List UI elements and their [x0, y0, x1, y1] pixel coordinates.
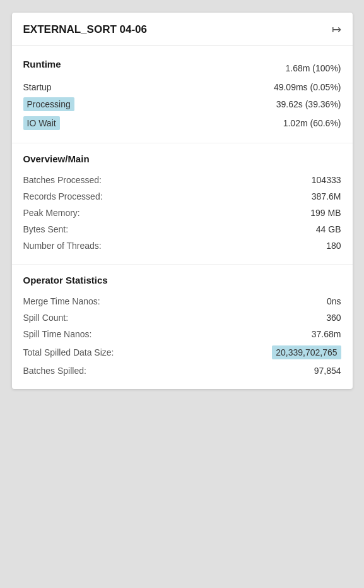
records-processed-row: Records Processed: 387.6M	[23, 188, 341, 205]
bytes-sent-label: Bytes Sent:	[23, 224, 69, 234]
spill-count-value: 360	[326, 313, 341, 323]
records-processed-value: 387.6M	[312, 191, 341, 201]
total-spilled-value: 20,339,702,765	[272, 345, 341, 359]
runtime-header-row: Runtime 1.68m (100%)	[23, 56, 341, 80]
overview-title: Overview/Main	[23, 153, 341, 164]
startup-label: Startup	[23, 82, 52, 92]
processing-label: Processing	[23, 97, 74, 111]
threads-row: Number of Threads: 180	[23, 237, 341, 254]
merge-time-value: 0ns	[327, 296, 341, 306]
total-spilled-label: Total Spilled Data Size:	[23, 347, 114, 357]
spill-time-label: Spill Time Nanos:	[23, 329, 92, 339]
operator-section: Operator Statistics Merge Time Nanos: 0n…	[12, 265, 353, 389]
merge-time-label: Merge Time Nanos:	[23, 296, 100, 306]
spill-count-row: Spill Count: 360	[23, 309, 341, 326]
peak-memory-value: 199 MB	[310, 208, 341, 218]
records-processed-label: Records Processed:	[23, 191, 103, 201]
bytes-sent-value: 44 GB	[316, 224, 341, 234]
runtime-total-value: 1.68m (100%)	[286, 63, 341, 73]
batches-spilled-label: Batches Spilled:	[23, 366, 86, 376]
runtime-section: Runtime 1.68m (100%) Startup 49.09ms (0.…	[12, 46, 353, 143]
operator-title: Operator Statistics	[23, 275, 341, 285]
processing-value: 39.62s (39.36%)	[276, 99, 341, 109]
threads-value: 180	[326, 241, 341, 251]
batches-processed-value: 104333	[312, 175, 341, 185]
startup-value: 49.09ms (0.05%)	[274, 82, 341, 92]
main-card: EXTERNAL_SORT 04-06 ↦ Runtime 1.68m (100…	[12, 13, 353, 389]
spill-time-value: 37.68m	[312, 329, 341, 339]
spill-time-row: Spill Time Nanos: 37.68m	[23, 326, 341, 342]
iowait-label: IO Wait	[23, 116, 60, 130]
batches-spilled-value: 97,854	[314, 366, 341, 376]
batches-processed-row: Batches Processed: 104333	[23, 172, 341, 188]
threads-label: Number of Threads:	[23, 241, 102, 251]
total-spilled-row: Total Spilled Data Size: 20,339,702,765	[23, 342, 341, 363]
card-header: EXTERNAL_SORT 04-06 ↦	[12, 13, 353, 46]
batches-processed-label: Batches Processed:	[23, 175, 102, 185]
iowait-row: IO Wait 1.02m (60.6%)	[23, 114, 341, 133]
startup-row: Startup 49.09ms (0.05%)	[23, 80, 341, 95]
batches-spilled-row: Batches Spilled: 97,854	[23, 363, 341, 379]
peak-memory-row: Peak Memory: 199 MB	[23, 205, 341, 221]
spill-count-label: Spill Count:	[23, 313, 69, 323]
runtime-title: Runtime	[23, 59, 61, 69]
merge-time-row: Merge Time Nanos: 0ns	[23, 293, 341, 309]
overview-section: Overview/Main Batches Processed: 104333 …	[12, 143, 353, 265]
card-title: EXTERNAL_SORT 04-06	[23, 23, 148, 36]
processing-row: Processing 39.62s (39.36%)	[23, 95, 341, 114]
iowait-value: 1.02m (60.6%)	[283, 118, 341, 128]
export-icon[interactable]: ↦	[332, 23, 341, 37]
peak-memory-label: Peak Memory:	[23, 208, 80, 218]
bytes-sent-row: Bytes Sent: 44 GB	[23, 221, 341, 237]
